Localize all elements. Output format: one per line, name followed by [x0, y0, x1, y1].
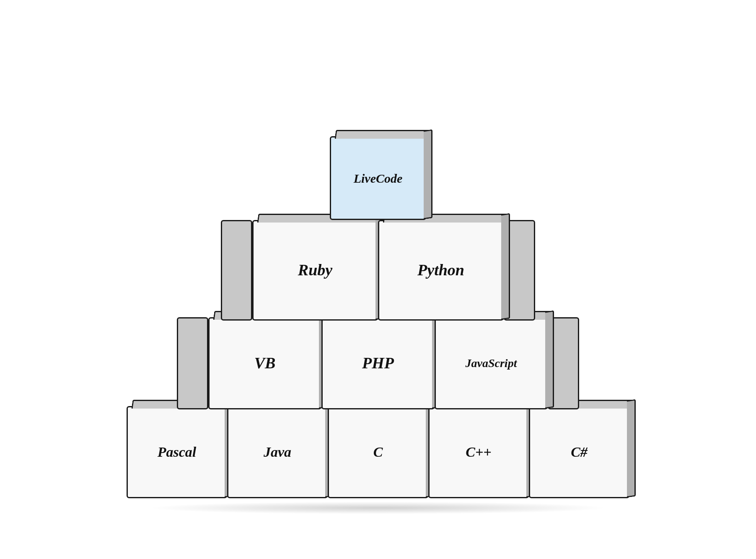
block-ruby: Ruby — [252, 220, 378, 321]
block-python-label: Python — [417, 261, 464, 279]
row3-left-cap — [177, 317, 208, 409]
block-javascript: JavaScript — [435, 317, 548, 409]
block-vb: VB — [208, 317, 321, 409]
block-php-label: PHP — [362, 355, 394, 372]
pyramid-row-2: Ruby Python — [221, 220, 535, 321]
block-java: Java — [227, 406, 328, 498]
block-vb-label: VB — [254, 355, 276, 372]
block-pascal-label: Pascal — [158, 444, 197, 460]
pyramid-shadow — [148, 502, 608, 514]
pyramid-row-3: VB PHP JavaScript — [177, 317, 579, 409]
block-csharp: C# — [529, 406, 629, 498]
block-cpp: C++ — [428, 406, 529, 498]
block-javascript-label: JavaScript — [466, 357, 517, 370]
block-livecode-label: LiveCode — [354, 171, 403, 185]
block-java-label: Java — [264, 444, 291, 460]
block-php: PHP — [321, 317, 435, 409]
block-c-label: C — [373, 444, 383, 460]
block-pascal: Pascal — [127, 406, 227, 498]
row2-left-cap — [221, 220, 252, 321]
pyramid-row-4: Pascal Java C C++ C# — [127, 406, 629, 498]
block-cpp-label: C++ — [466, 444, 491, 460]
block-livecode: LiveCode — [330, 136, 426, 220]
block-ruby-label: Ruby — [298, 261, 332, 279]
block-csharp-label: C# — [571, 444, 588, 460]
pyramid-diagram: LiveCode Ruby Python VB PHP JavaScript P… — [85, 28, 671, 531]
pyramid-row-1: LiveCode — [330, 136, 426, 220]
block-python: Python — [378, 220, 504, 321]
block-c: C — [328, 406, 428, 498]
